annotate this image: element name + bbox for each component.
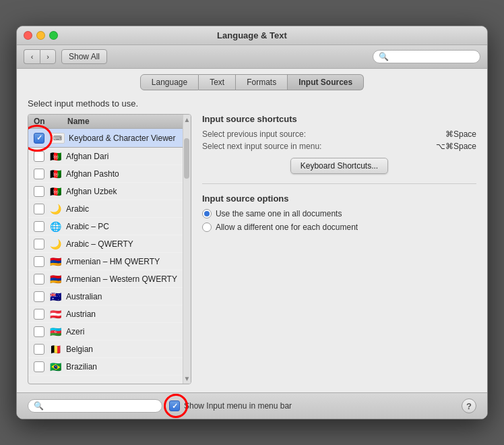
item-name-11: Belgian	[66, 345, 93, 354]
item-flag-4: 🌐	[50, 222, 62, 231]
options-title: Input source options	[202, 194, 476, 204]
list-item[interactable]: 🇦🇫 Afghan Pashto	[28, 165, 183, 183]
list-item[interactable]: 🇦🇫 Afghan Dari	[28, 148, 183, 165]
list-with-scroll: On Name ⌨ Keyboard & Character Viewer	[28, 114, 191, 384]
list-item[interactable]: 🇦🇲 Armenian – Western QWERTY	[28, 270, 183, 288]
kbcv-checkbox[interactable]	[34, 133, 44, 144]
radio-same[interactable]	[202, 209, 212, 218]
show-input-row: Show Input menu in menu bar	[169, 400, 292, 411]
list-item[interactable]: 🇧🇪 Belgian	[28, 340, 183, 358]
item-flag-0: 🇦🇫	[50, 152, 62, 160]
shortcut-next-row: Select next input source in menu: ⌥⌘Spac…	[202, 142, 476, 151]
options-section: Input source options Use the same one in…	[202, 194, 476, 232]
scroll-up-arrow[interactable]: ▲	[184, 115, 191, 125]
item-name-7: Armenian – Western QWERTY	[66, 274, 177, 284]
item-checkbox-0[interactable]	[34, 151, 44, 162]
content-area: Select input methods to use. On Name	[17, 90, 487, 392]
item-checkbox-6[interactable]	[34, 256, 44, 267]
shortcut-prev-label: Select previous input source:	[202, 129, 306, 139]
bottom-search[interactable]: 🔍	[28, 399, 162, 413]
toolbar: ‹ › Show All 🔍	[17, 45, 487, 69]
kbcv-list-item[interactable]: ⌨ Keyboard & Character Viewer	[28, 129, 183, 148]
list-item[interactable]: 🇦🇹 Austrian	[28, 305, 183, 323]
kbcv-icon: ⌨	[50, 133, 65, 144]
kbcv-name: Keyboard & Character Viewer	[69, 134, 176, 143]
shortcut-next-key: ⌥⌘Space	[436, 142, 476, 151]
radio-diff-label: Allow a different one for each document	[216, 222, 358, 232]
item-checkbox-10[interactable]	[34, 326, 44, 337]
radio-same-row[interactable]: Use the same one in all documents	[202, 209, 476, 218]
tab-language[interactable]: Language	[140, 74, 199, 90]
item-flag-5: 🌙	[50, 239, 62, 248]
keyboard-shortcuts-button[interactable]: Keyboard Shortcuts...	[290, 158, 388, 174]
item-flag-12: 🇧🇷	[50, 362, 62, 371]
item-checkbox-4[interactable]	[34, 221, 44, 232]
help-button[interactable]: ?	[462, 398, 476, 413]
back-button[interactable]: ‹	[24, 49, 40, 64]
list-item[interactable]: 🇦🇿 Azeri	[28, 323, 183, 340]
item-name-6: Armenian – HM QWERTY	[66, 257, 160, 266]
item-name-0: Afghan Dari	[66, 152, 108, 161]
list-body: 🇦🇫 Afghan Dari 🇦🇫 Afghan Pashto 🇦🇫	[28, 148, 183, 384]
item-flag-7: 🇦🇲	[50, 274, 62, 283]
item-checkbox-3[interactable]	[34, 204, 44, 214]
bottom-search-icon: 🔍	[34, 401, 44, 411]
item-checkbox-1[interactable]	[34, 169, 44, 179]
show-input-checkbox[interactable]	[169, 400, 180, 411]
col-name-label: Name	[67, 117, 177, 126]
radio-diff-row[interactable]: Allow a different one for each document	[202, 222, 476, 232]
right-panel: Input source shortcuts Select previous i…	[202, 114, 476, 384]
window-title: Language & Text	[217, 30, 287, 40]
close-button[interactable]	[24, 31, 32, 40]
item-checkbox-12[interactable]	[34, 361, 44, 372]
list-header: On Name	[28, 115, 183, 129]
shortcut-prev-key: ⌘Space	[445, 129, 476, 139]
scrollbar-thumb[interactable]	[184, 138, 189, 179]
list-body-wrap: On Name ⌨ Keyboard & Character Viewer	[28, 115, 183, 384]
tab-text[interactable]: Text	[199, 74, 236, 90]
scroll-down-arrow[interactable]: ▼	[184, 374, 191, 384]
item-checkbox-5[interactable]	[34, 239, 44, 249]
item-flag-11: 🇧🇪	[50, 345, 62, 353]
bottom-search-input[interactable]	[46, 401, 156, 411]
item-checkbox-7[interactable]	[34, 274, 44, 285]
list-item[interactable]: 🌙 Arabic – QWERTY	[28, 235, 183, 253]
col-on-label: On	[34, 117, 67, 126]
minimize-button[interactable]	[36, 31, 45, 40]
item-flag-3: 🌙	[50, 204, 62, 213]
list-item[interactable]: 🇦🇫 Afghan Uzbek	[28, 183, 183, 200]
search-icon: 🔍	[379, 52, 389, 61]
list-panel: On Name ⌨ Keyboard & Character Viewer	[28, 114, 191, 384]
maximize-button[interactable]	[49, 31, 58, 40]
item-name-1: Afghan Pashto	[66, 169, 119, 179]
item-flag-8: 🇦🇺	[50, 292, 62, 301]
list-item[interactable]: 🌙 Arabic	[28, 200, 183, 218]
list-item[interactable]: 🇦🇺 Australian	[28, 288, 183, 305]
item-flag-6: 🇦🇲	[50, 257, 62, 266]
list-item[interactable]: 🌐 Arabic – PC	[28, 218, 183, 235]
radio-diff[interactable]	[202, 222, 212, 232]
nav-buttons: ‹ ›	[24, 49, 56, 64]
forward-button[interactable]: ›	[40, 49, 56, 64]
item-flag-10: 🇦🇿	[50, 327, 62, 336]
item-checkbox-9[interactable]	[34, 309, 44, 320]
shortcut-prev-row: Select previous input source: ⌘Space	[202, 129, 476, 139]
tabs-bar: Language Text Formats Input Sources	[17, 69, 487, 90]
tab-input-sources[interactable]: Input Sources	[288, 74, 364, 90]
tab-formats[interactable]: Formats	[236, 74, 288, 90]
scrollbar[interactable]: ▲ ▼	[183, 115, 191, 384]
list-item[interactable]: 🇧🇷 Brazilian	[28, 358, 183, 376]
item-name-3: Arabic	[66, 204, 89, 214]
item-checkbox-2[interactable]	[34, 186, 44, 197]
search-input[interactable]	[391, 52, 474, 61]
item-checkbox-8[interactable]	[34, 291, 44, 302]
radio-same-label: Use the same one in all documents	[216, 209, 342, 218]
item-checkbox-11[interactable]	[34, 344, 44, 355]
bottom-bar: 🔍 Show Input menu in menu bar ?	[17, 392, 487, 419]
list-item[interactable]: 🇦🇲 Armenian – HM QWERTY	[28, 253, 183, 270]
item-name-9: Austrian	[66, 309, 96, 319]
item-flag-9: 🇦🇹	[50, 309, 62, 318]
show-all-button[interactable]: Show All	[61, 49, 107, 64]
toolbar-search[interactable]: 🔍	[373, 50, 480, 63]
shortcuts-title: Input source shortcuts	[202, 114, 476, 124]
